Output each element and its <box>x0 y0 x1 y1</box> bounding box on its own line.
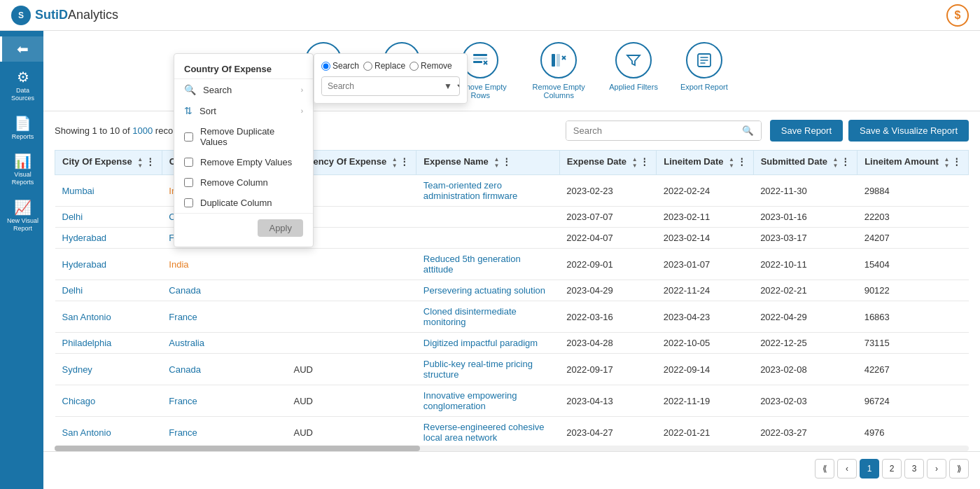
pagination-first[interactable]: ⟪ <box>815 459 834 478</box>
cell-country[interactable]: France <box>162 385 286 417</box>
pagination-page-3[interactable]: 3 <box>904 459 924 478</box>
remove-empty-values-label: Remove Empty Values <box>200 157 292 167</box>
cell-expense-name[interactable]: Persevering actuating solution <box>416 280 559 301</box>
cell-expense-name[interactable]: Reverse-engineered cohesive local area n… <box>416 417 559 446</box>
svg-rect-13 <box>473 61 482 63</box>
cell-city[interactable]: San Antonio <box>55 417 162 446</box>
table-row: Hyderabad India Reduced 5th generation a… <box>55 249 969 280</box>
cell-city[interactable]: Sydney <box>55 354 162 385</box>
cell-expense-name[interactable] <box>416 207 559 228</box>
cell-expense-date: 2023-07-07 <box>559 207 656 228</box>
cell-expense-date: 2023-04-13 <box>559 385 656 417</box>
cell-submitted-date: 2023-01-16 <box>753 207 858 228</box>
duplicate-column-checkbox[interactable] <box>184 198 193 207</box>
search-options-row: Search Replace Remove <box>321 61 460 71</box>
cell-expense-name[interactable]: Team-oriented zero administration firmwa… <box>416 175 559 207</box>
toolbar-export-report[interactable]: Export Report <box>680 42 728 99</box>
table-row: Chicago France AUD Innovative empowering… <box>55 385 969 417</box>
remove-radio-label[interactable]: Remove <box>410 61 452 71</box>
pagination-last[interactable]: ⟫ <box>949 459 969 478</box>
global-search-button[interactable]: 🔍 <box>735 121 761 140</box>
search-dropdown-icon: 🔍 <box>184 84 196 95</box>
sidebar-item-visual-reports[interactable]: 📊 Visual Reports <box>0 149 43 192</box>
cell-city[interactable]: Mumbai <box>55 175 162 207</box>
cell-expense-name[interactable]: Digitized impactful paradigm <box>416 333 559 354</box>
dropdown-duplicate-column[interactable]: Duplicate Column <box>174 193 313 213</box>
cell-lineitem-date: 2023-02-11 <box>657 207 753 228</box>
cell-country[interactable]: Canada <box>162 354 286 385</box>
horizontal-scrollbar[interactable] <box>55 446 969 451</box>
top-right-user-icon[interactable]: $ <box>946 4 969 27</box>
cell-country[interactable]: France <box>162 301 286 333</box>
sidebar: ⬅ ⚙ Data Sources 📄 Reports 📊 Visual Repo… <box>0 31 43 489</box>
cell-currency: AUD <box>286 354 416 385</box>
dropdown-sort-item[interactable]: ⇅ Sort › <box>174 100 313 121</box>
cell-country[interactable]: France <box>162 417 286 446</box>
sidebar-item-new-visual-report[interactable]: 📈 New Visual Report <box>0 195 43 238</box>
remove-radio[interactable] <box>410 62 419 71</box>
col-lineitem-date[interactable]: Lineitem Date ▲▼ ⋮ <box>657 151 753 175</box>
dropdown-remove-empty-values[interactable]: Remove Empty Values <box>174 152 313 172</box>
pagination-prev[interactable]: ‹ <box>837 459 857 478</box>
replace-radio[interactable] <box>363 62 372 71</box>
cell-city[interactable]: Delhi <box>55 207 162 228</box>
cell-lineitem-amount: 29884 <box>858 175 969 207</box>
cell-expense-name[interactable]: Public-key real-time pricing structure <box>416 354 559 385</box>
cell-city[interactable]: San Antonio <box>55 301 162 333</box>
app-logo[interactable]: S SutiDAnalytics <box>11 6 118 25</box>
replace-radio-label[interactable]: Replace <box>363 61 405 71</box>
top-nav: S SutiDAnalytics $ <box>0 0 980 31</box>
dropdown-remove-column[interactable]: Remove Column <box>174 172 313 193</box>
remove-duplicate-values-checkbox[interactable] <box>184 132 193 142</box>
col-city-of-expense[interactable]: City Of Expense ▲▼ ⋮ <box>55 151 162 175</box>
search-panel-input[interactable] <box>322 78 438 95</box>
cell-lineitem-amount: 4976 <box>858 417 969 446</box>
search-radio-label[interactable]: Search <box>321 61 359 71</box>
table-row: Sydney Canada AUD Public-key real-time p… <box>55 354 969 385</box>
sidebar-reports-label: Reports <box>12 133 34 141</box>
col-expense-name[interactable]: Expense Name ▲▼ ⋮ <box>416 151 559 175</box>
dropdown-search-item[interactable]: 🔍 Search › <box>174 79 313 100</box>
col-expense-date[interactable]: Expense Date ▲▼ ⋮ <box>559 151 656 175</box>
svg-rect-10 <box>473 57 487 60</box>
col-lineitem-amount[interactable]: Lineitem Amount ▲▼ ⋮ <box>858 151 969 175</box>
search-radio[interactable] <box>321 62 330 71</box>
save-visualize-button[interactable]: Save & Visualize Report <box>848 120 969 142</box>
sidebar-item-data-sources[interactable]: ⚙ Data Sources <box>0 64 43 108</box>
cell-city[interactable]: Chicago <box>55 385 162 417</box>
sidebar-item-home[interactable]: ⬅ <box>0 36 43 62</box>
pagination-page-1[interactable]: 1 <box>860 459 879 478</box>
cell-expense-name[interactable]: Innovative empowering conglomeration <box>416 385 559 417</box>
pagination-page-2[interactable]: 2 <box>882 459 902 478</box>
cell-city[interactable]: Hyderabad <box>55 228 162 249</box>
col-submitted-date[interactable]: Submitted Date ▲▼ ⋮ <box>753 151 858 175</box>
cell-country[interactable]: Canada <box>162 280 286 301</box>
global-search-bar[interactable]: 🔍 <box>566 120 762 141</box>
dropdown-footer: Apply <box>174 213 313 242</box>
cell-city[interactable]: Hyderabad <box>55 249 162 280</box>
sidebar-item-reports[interactable]: 📄 Reports <box>0 111 43 146</box>
toolbar-remove-empty-columns[interactable]: Remove Empty Columns <box>531 42 587 99</box>
cell-expense-name[interactable]: Reduced 5th generation attitude <box>416 249 559 280</box>
svg-rect-14 <box>552 54 555 67</box>
toolbar-applied-filters[interactable]: Applied Filters <box>609 42 658 99</box>
cell-city[interactable]: Philadelphia <box>55 333 162 354</box>
search-arrow-icon: › <box>301 86 303 94</box>
cell-expense-name[interactable] <box>416 228 559 249</box>
save-report-button[interactable]: Save Report <box>770 120 843 142</box>
search-panel-input-wrap[interactable]: ▼ <box>321 76 460 96</box>
dropdown-apply-button[interactable]: Apply <box>258 219 303 237</box>
cell-expense-name[interactable]: Cloned disintermediate monitoring <box>416 301 559 333</box>
pagination-next[interactable]: › <box>927 459 946 478</box>
cell-country[interactable]: Australia <box>162 333 286 354</box>
search-panel-dropdown[interactable]: ▼ <box>438 77 460 95</box>
remove-column-checkbox[interactable] <box>184 178 193 187</box>
dropdown-search-label: Search <box>203 85 232 95</box>
cell-city[interactable]: Delhi <box>55 280 162 301</box>
remove-empty-values-checkbox[interactable] <box>184 158 193 167</box>
global-search-input[interactable] <box>566 121 735 140</box>
cell-country[interactable]: India <box>162 249 286 280</box>
export-report-icon <box>686 42 722 78</box>
dropdown-remove-duplicate-values[interactable]: Remove Duplicate Values <box>174 121 313 152</box>
cell-expense-date: 2023-04-28 <box>559 333 656 354</box>
